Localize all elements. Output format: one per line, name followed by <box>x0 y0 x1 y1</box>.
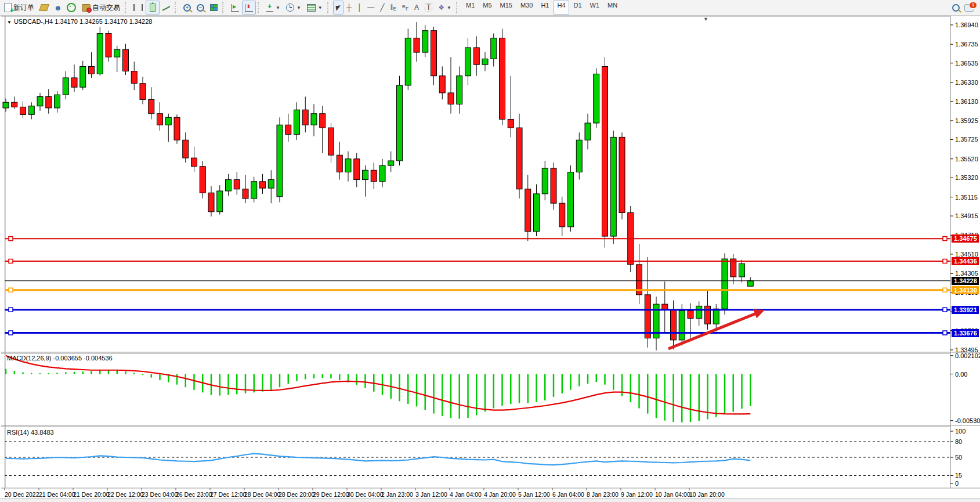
rsi-tick-label: 80 <box>955 438 962 445</box>
candlestick-plot[interactable] <box>0 0 980 502</box>
rsi-tick-label: 15 <box>955 472 962 479</box>
macd-indicator-label: MACD(12,26,9) -0.003655 -0.004536 <box>7 355 113 362</box>
macd-tick-label: 0.00 <box>955 371 967 378</box>
time-tick-label: 10 Jan 20:00 <box>689 491 725 498</box>
mt4-application-window: 新订单☻自动交易+−▼▼▼◤┼│—╱∥E≡FAT❖▼M1M5M15M30H1H4… <box>0 0 980 502</box>
chevron-down-icon[interactable]: ▼ <box>7 20 12 25</box>
price-tick-label: 1.36535 <box>955 60 978 67</box>
chart-shift-marker[interactable]: ▼ <box>703 16 708 22</box>
time-tick-label: 23 Dec 04:00 <box>142 491 178 498</box>
rsi-tick-label: 50 <box>955 454 962 461</box>
time-tick-label: 5 Jan 12:00 <box>518 491 550 498</box>
price-level-badge: 1.33676 <box>952 329 979 337</box>
time-tick-label: 27 Dec 12:00 <box>210 491 246 498</box>
price-level-badge: 1.34675 <box>952 234 979 243</box>
rsi-tick-label: 100 <box>955 428 965 435</box>
time-tick-label: 8 Jan 23:00 <box>587 491 619 498</box>
time-tick-label: 20 Dec 2022 <box>5 491 39 498</box>
price-level-badge: 1.34130 <box>952 286 979 294</box>
status-bar <box>0 498 980 502</box>
price-tick-label: 1.35320 <box>955 174 978 181</box>
price-tick-label: 1.36940 <box>955 21 978 28</box>
time-tick-label: 10 Jan 04:00 <box>655 491 690 498</box>
time-tick-label: 9 Jan 12:00 <box>621 491 653 498</box>
price-level-badge: 1.34228 <box>952 277 979 285</box>
time-tick-label: 22 Dec 12:00 <box>107 491 143 498</box>
macd-tick-label: 0.002102 <box>955 352 980 359</box>
price-tick-label: 1.35925 <box>955 117 978 124</box>
macd-tick-label: -0.005303 <box>955 417 980 424</box>
time-tick-label: 30 Dec 04:00 <box>347 491 383 498</box>
time-tick-label: 28 Dec 20:00 <box>279 491 314 498</box>
rsi-tick-label: 0 <box>955 480 959 487</box>
time-tick-label: 26 Dec 23:00 <box>176 491 212 498</box>
price-tick-label: 1.36130 <box>955 98 978 105</box>
rsi-indicator-label: RSI(14) 43.8483 <box>7 429 54 436</box>
price-tick-label: 1.35520 <box>955 156 978 162</box>
time-tick-label: 4 Jan 20:00 <box>484 491 516 498</box>
time-tick-label: 29 Dec 12:00 <box>313 491 349 498</box>
price-tick-label: 1.35115 <box>955 194 978 201</box>
time-tick-label: 6 Jan 04:00 <box>552 491 584 498</box>
time-tick-label: 21 Dec 04:00 <box>39 491 75 498</box>
price-tick-label: 1.34915 <box>955 212 978 219</box>
price-level-badge: 1.34436 <box>952 257 979 265</box>
time-tick-label: 21 Dec 20:00 <box>73 491 109 498</box>
price-tick-label: 1.34305 <box>955 270 978 277</box>
time-tick-label: 3 Jan 12:00 <box>415 491 447 498</box>
symbol-ohlc-label: ▼USDCAD-,H4 1.34170 1.34265 1.34170 1.34… <box>7 18 152 25</box>
price-tick-label: 1.36330 <box>955 79 978 86</box>
price-tick-label: 1.35725 <box>955 136 978 143</box>
price-level-badge: 1.33921 <box>952 306 979 314</box>
time-tick-label: 2 Jan 23:00 <box>381 491 413 498</box>
price-tick-label: 1.36735 <box>955 41 978 48</box>
time-tick-label: 4 Jan 04:00 <box>450 491 482 498</box>
time-tick-label: 28 Dec 04:00 <box>244 491 280 498</box>
